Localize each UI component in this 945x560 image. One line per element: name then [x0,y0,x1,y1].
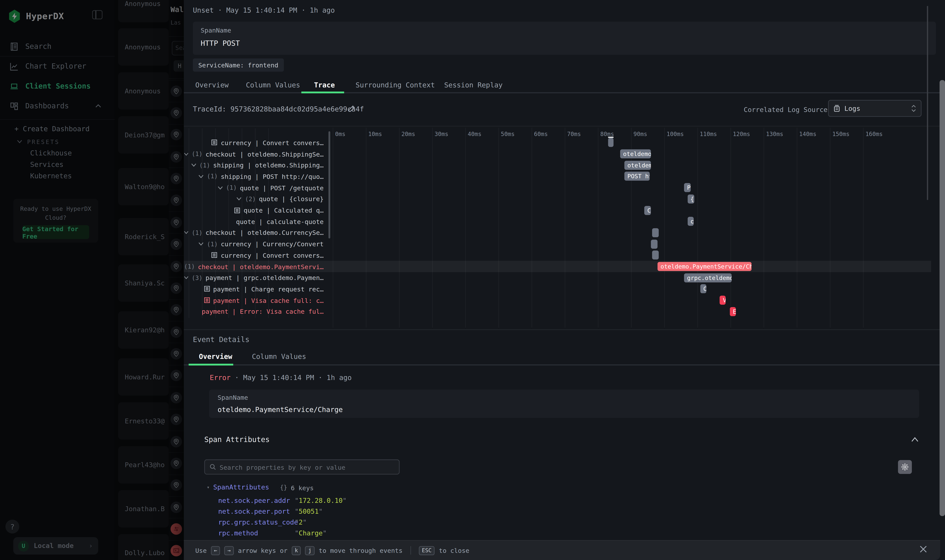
span-duration-bar[interactable] [608,138,614,147]
span-duration-bar[interactable]: E [730,307,736,316]
span-name-card: SpanName HTTP POST [193,22,936,55]
span-duration-bar[interactable] [651,240,657,249]
chart-scrollbar[interactable] [927,6,928,200]
span-duration-bar[interactable]: { [688,194,694,203]
trace-tree-row[interactable]: (1)shipping | POST http://quo… [184,171,327,182]
attribute-key[interactable]: rpc.grpc.status_code [218,518,295,526]
object-braces-icon: {} [280,484,287,491]
attribute-row[interactable]: net.sock.peer.addr172.28.0.10 [218,497,347,505]
span-row-label: currency | Convert convers… [221,139,324,146]
child-count: (1) [207,173,218,180]
attribute-row[interactable]: rpc.grpc.status_code2 [218,518,307,526]
tree-scrollbar-thumb[interactable] [328,131,330,238]
span-duration-bar[interactable]: V [720,296,726,305]
trace-tree-row[interactable]: (3)payment | grpc.oteldemo.Paymen… [184,272,327,283]
tab-surrounding-context[interactable]: Surrounding Context [356,81,435,89]
child-count: (2) [245,195,256,202]
modal-backdrop[interactable] [0,0,184,560]
child-count: (1) [226,184,237,191]
attribute-value[interactable]: Charge [295,529,327,537]
kbd-k: k [291,546,301,555]
ruler-gridline [731,128,731,328]
trace-tree-row[interactable]: payment | Charge request rec… [184,283,327,295]
trace-tree-row[interactable]: (1)checkout | oteldemo.ShippingSe… [184,148,327,160]
trace-tree-row[interactable]: payment | Visa cache full: c… [184,295,327,306]
ruler-tick-label: 40ms [468,131,481,137]
span-row-label: shipping | oteldemo.Shipping… [213,162,324,169]
collapse-chevron-up-icon[interactable] [911,437,919,443]
tab-overview[interactable]: Overview [195,81,228,89]
window-scrollbar-thumb[interactable] [940,80,945,516]
chevron-down-icon[interactable] [191,163,196,167]
span-row-label: currency | Currency/Convert [221,240,324,248]
event-details-title: Event Details [193,335,250,344]
span-row-label: checkout | oteldemo.CurrencySe… [205,229,324,236]
span-attributes-title: Span Attributes [204,435,270,444]
event-status-line: Unset · May 15 1:40:14 PM · 1h ago [193,6,335,15]
span-duration-bar[interactable]: P [684,183,691,192]
trace-tree-row[interactable]: quote | Calculated q… [184,205,327,216]
span-duration-bar[interactable]: c [688,217,694,226]
current-event-tick [608,137,614,138]
span-duration-bar[interactable] [652,251,659,260]
attributes-settings-button[interactable] [898,460,912,474]
attributes-search-input[interactable] [220,463,394,471]
trace-tree-row[interactable]: (2)quote | {closure} [184,193,327,205]
close-icon[interactable] [919,545,928,554]
attribute-key[interactable]: net.sock.peer.port [218,508,295,515]
trace-tree-row[interactable]: (1)checkout | oteldemo.CurrencySe… [184,227,327,238]
span-duration-bar[interactable]: POST ht [624,172,649,181]
attribute-value[interactable]: 2 [295,518,307,526]
span-duration-bar[interactable]: oteldemo.PaymentService/Char [657,262,751,271]
gear-icon [901,463,909,471]
edit-pencil-icon[interactable] [348,105,356,112]
select-chevrons-icon [911,105,916,112]
span-duration-bar[interactable]: C [644,206,651,215]
trace-tree-row[interactable]: quote | calculate-quote [184,216,327,227]
event-details-tab-overview[interactable]: Overview [199,352,232,361]
tab-trace[interactable]: Trace [314,81,335,89]
chevron-down-icon[interactable] [184,276,189,280]
tab-column-values[interactable]: Column Values [246,81,300,89]
trace-tree-row[interactable]: (1)shipping | oteldemo.Shipping… [184,160,327,171]
ruler-gridline [333,128,333,328]
attribute-key[interactable]: net.sock.peer.addr [218,497,295,505]
log-event-icon [211,139,218,146]
divider [184,364,945,365]
attributes-search-box [204,459,399,475]
attribute-key[interactable]: rpc.method [218,529,295,537]
kbd-arrow-left: ← [211,546,220,555]
ruler-gridline [366,128,367,328]
kbd-arrow-right: → [225,546,234,555]
span-duration-bar[interactable]: grpc.oteldemo. [684,273,731,282]
span-duration-bar[interactable]: C [700,285,706,294]
service-name-chip[interactable]: ServiceName: frontend [193,58,284,71]
tab-session-replay[interactable]: Session Replay [444,81,503,89]
chevron-down-icon[interactable] [217,186,223,189]
chevron-down-icon[interactable] [184,152,189,156]
attribute-value[interactable]: 172.28.0.10 [295,497,347,505]
trace-tree-row[interactable]: (1)quote | POST /getquote [184,182,327,193]
span-duration-bar[interactable]: oteldemo. [620,149,651,158]
span-duration-bar[interactable] [652,228,659,237]
trace-tree-row[interactable]: (1)checkout | oteldemo.PaymentServi… [184,261,327,272]
span-row-label: checkout | oteldemo.PaymentServi… [198,263,324,270]
chevron-down-icon[interactable] [198,242,204,246]
attributes-root-node[interactable]: ▾ SpanAttributes {} 6 keys [207,483,314,491]
log-source-select[interactable]: Logs [828,100,922,117]
trace-tree-row[interactable]: (1)currency | Currency/Convert [184,238,327,249]
ruler-tick-label: 0ms [335,131,345,137]
trace-tree-row[interactable]: currency | Convert convers… [184,249,327,261]
trace-tree-row[interactable]: payment | Error: Visa cache ful… [184,306,327,317]
span-duration-bar[interactable]: oteldem [624,161,651,170]
trace-tree-row[interactable]: currency | Convert convers… [184,137,327,148]
attribute-value[interactable]: 50051 [295,508,323,515]
attribute-row[interactable]: net.sock.peer.port50051 [218,508,323,515]
event-details-tab-column-values[interactable]: Column Values [252,352,306,361]
chevron-down-icon[interactable] [237,197,242,201]
chevron-down-icon[interactable] [198,175,204,178]
chevron-down-icon[interactable] [184,231,189,235]
span-name-value: HTTP POST [201,39,240,48]
attribute-row[interactable]: rpc.methodCharge [218,529,327,537]
active-tab-indicator [301,91,344,93]
